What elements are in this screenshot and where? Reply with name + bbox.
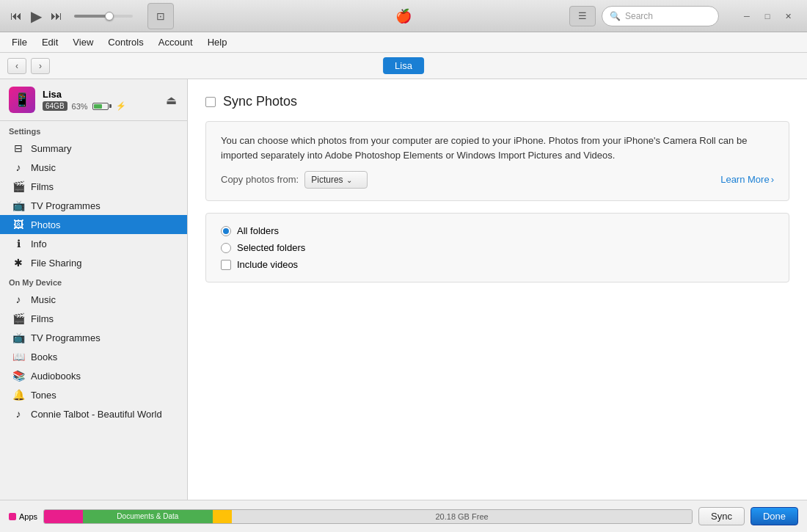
audiobooks-icon: 📚: [12, 370, 25, 382]
all-folders-label: All folders: [237, 225, 279, 236]
options-box: All folders Selected folders Include vid…: [205, 213, 789, 283]
sidebar-item-connie[interactable]: ♪ Connie Talbot - Beautiful World: [0, 404, 187, 423]
maximize-button[interactable]: □: [757, 0, 778, 32]
all-folders-option[interactable]: All folders: [221, 225, 774, 236]
music2-icon: ♪: [12, 294, 25, 305]
battery-bar: [92, 103, 112, 110]
rewind-button[interactable]: ⏮: [7, 7, 25, 26]
search-icon: 🔍: [610, 11, 621, 21]
other-segment: [213, 510, 232, 523]
sidebar-item-books[interactable]: 📖 Books: [0, 347, 187, 366]
sidebar-item-label: Music: [31, 162, 56, 173]
apps-legend-label: Apps: [19, 512, 37, 521]
sidebar-item-films2[interactable]: 🎬 Films: [0, 309, 187, 328]
forward-button[interactable]: ›: [31, 58, 50, 74]
films2-icon: 🎬: [12, 313, 25, 324]
menu-account[interactable]: Account: [153, 35, 199, 49]
device-header: 📱 Lisa 64GB 63% ⚡ ⏏: [0, 79, 187, 121]
docs-segment: Documents & Data: [83, 510, 213, 523]
bottom-bar: Apps Documents & Data 20.18 GB Free Sync…: [0, 500, 807, 532]
sidebar-item-info[interactable]: ℹ Info: [0, 234, 187, 253]
sidebar-item-music2[interactable]: ♪ Music: [0, 290, 187, 309]
free-segment: 20.18 GB Free: [232, 510, 692, 523]
books-icon: 📖: [12, 351, 25, 362]
sync-title: Sync Photos: [223, 94, 297, 109]
learn-more-arrow-icon: ›: [771, 172, 774, 187]
sidebar-item-summary[interactable]: ⊟ Summary: [0, 139, 187, 158]
include-videos-label: Include videos: [237, 259, 298, 270]
menu-view[interactable]: View: [67, 35, 99, 49]
sidebar-item-label: Audiobooks: [31, 371, 81, 382]
copy-from-select[interactable]: Pictures ⌄: [304, 171, 367, 189]
play-button[interactable]: ▶: [28, 4, 45, 28]
sidebar-item-tv2[interactable]: 📺 TV Programmes: [0, 328, 187, 347]
sidebar-item-tv[interactable]: 📺 TV Programmes: [0, 196, 187, 215]
filesharing-icon: ✱: [12, 257, 25, 269]
search-area: ☰ 🔍 Search: [569, 6, 719, 26]
learn-more-label: Learn More: [720, 172, 769, 187]
music-icon: ♪: [12, 161, 25, 173]
sync-checkbox[interactable]: [205, 97, 216, 107]
volume-slider[interactable]: [74, 15, 133, 18]
eject-button[interactable]: ⏏: [164, 92, 178, 109]
device-info: Lisa 64GB 63% ⚡: [43, 89, 157, 111]
sidebar-item-audiobooks[interactable]: 📚 Audiobooks: [0, 366, 187, 385]
sidebar-item-music[interactable]: ♪ Music: [0, 158, 187, 177]
window-controls: ─ □ ✕: [737, 0, 798, 32]
device-button[interactable]: Lisa: [383, 57, 424, 74]
transport-controls: ⏮ ▶ ⏭ ⊡: [0, 3, 181, 29]
include-videos-option[interactable]: Include videos: [221, 259, 774, 270]
menu-help[interactable]: Help: [202, 35, 233, 49]
tv2-icon: 📺: [12, 332, 25, 343]
info-text: You can choose which photos from your co…: [221, 134, 774, 162]
learn-more-link[interactable]: Learn More ›: [720, 172, 774, 187]
device-name: Lisa: [43, 89, 157, 100]
minimize-button[interactable]: ─: [737, 0, 757, 32]
storage-bar: Documents & Data 20.18 GB Free: [43, 509, 693, 524]
menu-controls[interactable]: Controls: [102, 35, 149, 49]
airplay-button[interactable]: ⊡: [147, 3, 174, 29]
sidebar-item-label: Photos: [31, 219, 60, 230]
sidebar-item-tones[interactable]: 🔔 Tones: [0, 385, 187, 404]
apps-segment: [44, 510, 83, 523]
menu-bar: File Edit View Controls Account Help: [0, 32, 807, 53]
sidebar-item-photos[interactable]: 🖼 Photos: [0, 215, 187, 234]
sidebar-item-label: Connie Talbot - Beautiful World: [31, 409, 162, 420]
all-folders-radio[interactable]: [221, 226, 231, 236]
connie-icon: ♪: [12, 408, 25, 420]
photos-icon: 🖼: [12, 219, 25, 230]
search-box[interactable]: 🔍 Search: [602, 6, 719, 26]
content-area: Sync Photos You can choose which photos …: [188, 79, 807, 500]
sync-header: Sync Photos: [205, 94, 789, 109]
close-button[interactable]: ✕: [778, 0, 798, 32]
films-icon: 🎬: [12, 181, 25, 192]
settings-section-label: Settings: [0, 121, 187, 139]
sidebar-item-label: Books: [31, 351, 57, 362]
sidebar-item-label: Summary: [31, 143, 72, 154]
nav-bar: ‹ › Lisa: [0, 53, 807, 79]
docs-segment-label: Documents & Data: [117, 512, 178, 520]
selected-folders-radio[interactable]: [221, 243, 231, 253]
apple-logo: 🍎: [395, 8, 412, 24]
fast-forward-button[interactable]: ⏭: [48, 7, 65, 26]
volume-knob: [105, 12, 114, 21]
title-bar: ⏮ ▶ ⏭ ⊡ 🍎 ☰ 🔍 Search ─ □ ✕: [0, 0, 807, 32]
sidebar-item-filesharing[interactable]: ✱ File Sharing: [0, 253, 187, 272]
menu-file[interactable]: File: [6, 35, 33, 49]
list-view-button[interactable]: ☰: [569, 6, 596, 26]
device-meta: 64GB 63% ⚡: [43, 101, 157, 111]
menu-edit[interactable]: Edit: [36, 35, 64, 49]
tv-icon: 📺: [12, 200, 25, 211]
info-icon: ℹ: [12, 238, 25, 249]
selected-folders-option[interactable]: Selected folders: [221, 242, 774, 253]
sidebar-item-label: Info: [31, 238, 47, 249]
sidebar-item-films[interactable]: 🎬 Films: [0, 177, 187, 196]
back-button[interactable]: ‹: [7, 58, 26, 74]
sidebar-item-label: Films: [31, 313, 54, 324]
sidebar-item-label: TV Programmes: [31, 332, 101, 343]
done-button[interactable]: Done: [751, 507, 798, 525]
summary-icon: ⊟: [12, 142, 25, 154]
sidebar-item-label: TV Programmes: [31, 200, 101, 211]
sync-button[interactable]: Sync: [698, 507, 745, 525]
include-videos-checkbox[interactable]: [221, 260, 231, 270]
